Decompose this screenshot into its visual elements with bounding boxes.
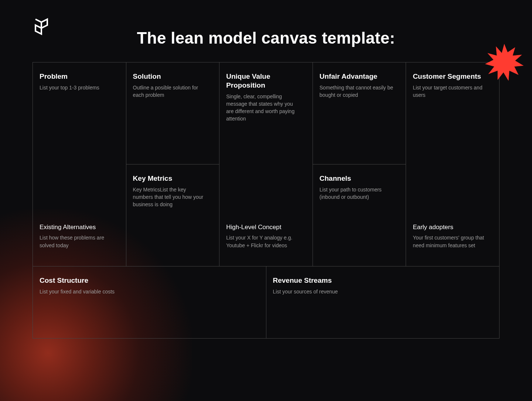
col-solution-metrics: Solution Outline a posible solution for …	[126, 62, 219, 266]
existing-alternatives-desc: List how these problems are solved today	[40, 234, 113, 249]
cell-revenue-streams: Revenue Streams List your sources of rev…	[266, 266, 499, 338]
col-uvp: Unique Value Proposition Single, clear, …	[219, 62, 313, 266]
canvas-row-bottom: Cost Structure List your fixed and varia…	[33, 266, 499, 338]
svg-marker-0	[485, 44, 523, 80]
customer-segments-heading: Customer Segments	[413, 72, 492, 81]
cell-key-metrics: Key Metrics Key MetricsList the key numb…	[126, 164, 219, 266]
high-level-concept-heading: High-Level Concept	[226, 223, 306, 231]
cell-problem: Problem List your top 1-3 problems Exist…	[33, 62, 126, 266]
early-adopters-heading: Early adopters	[413, 223, 492, 231]
cell-cost-structure: Cost Structure List your fixed and varia…	[33, 266, 266, 338]
existing-alternatives-heading: Existing Alternatives	[40, 223, 119, 231]
revenue-heading: Revenue Streams	[273, 276, 493, 285]
starburst-icon	[484, 44, 525, 86]
cell-existing-alternatives: Existing Alternatives List how these pro…	[40, 223, 119, 249]
revenue-desc: List your sources of revenue	[273, 288, 493, 295]
key-metrics-desc: Key MetricsList the key numbers that tel…	[133, 186, 207, 208]
unfair-heading: Unfair Advantage	[320, 72, 399, 81]
cost-heading: Cost Structure	[40, 276, 259, 285]
solution-desc: Outline a posible solution for each prob…	[133, 84, 207, 99]
unfair-desc: Something that cannot easily be bought o…	[320, 84, 393, 99]
high-level-concept-desc: List your X for Y analogy e.g. Youtube +…	[226, 234, 300, 249]
customer-segments-desc: List your target customers and users	[413, 84, 487, 99]
cell-channels: Channels List your path to customers (in…	[313, 164, 406, 266]
canvas-row-top: Problem List your top 1-3 problems Exist…	[33, 62, 499, 266]
early-adopters-desc: Your first customers' group that need mi…	[413, 234, 487, 249]
problem-heading: Problem	[40, 72, 119, 81]
cell-high-level-concept: High-Level Concept List your X for Y ana…	[226, 223, 306, 249]
cell-solution: Solution Outline a posible solution for …	[126, 62, 219, 164]
solution-heading: Solution	[133, 72, 213, 81]
col-problem: Problem List your top 1-3 problems Exist…	[33, 62, 126, 266]
lean-canvas: Problem List your top 1-3 problems Exist…	[33, 62, 499, 339]
cell-uvp: Unique Value Proposition Single, clear, …	[219, 62, 313, 266]
channels-desc: List your path to customers (inbound or …	[320, 186, 393, 201]
col-customer-segments: Customer Segments List your target custo…	[406, 62, 499, 266]
uvp-heading: Unique Value Proposition	[226, 72, 306, 90]
cell-unfair-advantage: Unfair Advantage Something that cannot e…	[313, 62, 406, 164]
cost-desc: List your fixed and variable costs	[40, 288, 259, 295]
key-metrics-heading: Key Metrics	[133, 174, 213, 183]
channels-heading: Channels	[320, 174, 399, 183]
page-title: The lean model canvas template:	[0, 29, 532, 47]
problem-desc: List your top 1-3 problems	[40, 84, 113, 91]
uvp-desc: Single, clear, compelling message that s…	[226, 93, 300, 123]
cell-customer-segments: Customer Segments List your target custo…	[406, 62, 499, 266]
cell-early-adopters: Early adopters Your first customers' gro…	[413, 223, 492, 249]
col-unfair-channels: Unfair Advantage Something that cannot e…	[313, 62, 406, 266]
